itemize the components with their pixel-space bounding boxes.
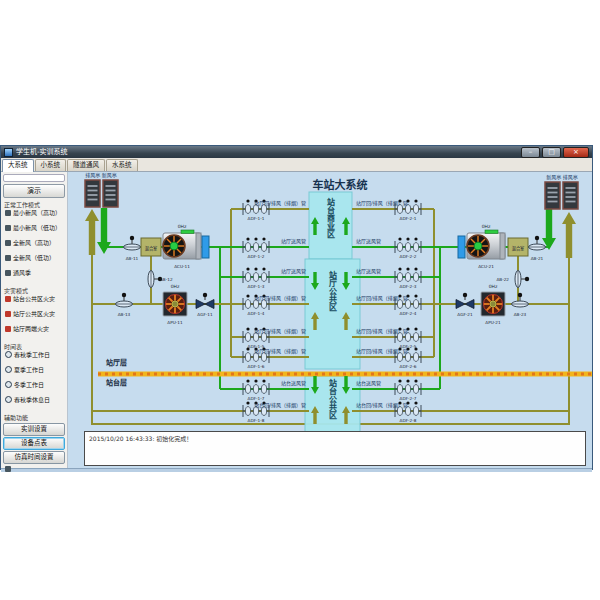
axial-fan[interactable] bbox=[163, 292, 187, 316]
ahu-right-chain[interactable]: 混合室 0Hz ACU-21 AB-21 AB-22 bbox=[458, 224, 546, 288]
vent-label-left: 排风亭 新风亭 bbox=[85, 172, 117, 179]
fire-icon bbox=[5, 326, 11, 332]
damper-groups-left[interactable]: ADF-1-1 ADF-1-2 ADF-1-3 ADF-1-4 ADF-1-5 … bbox=[243, 199, 269, 423]
damper[interactable] bbox=[116, 293, 133, 307]
svg-text:APU-21: APU-21 bbox=[485, 320, 501, 325]
svg-text:ADF-2-1: ADF-2-1 bbox=[400, 216, 417, 221]
section-disaster-modes: 灾害模式 bbox=[1, 284, 67, 295]
damper[interactable] bbox=[124, 236, 141, 250]
device-tag: ACU-21 bbox=[478, 264, 494, 269]
mode-vent-season[interactable]: 通风季 bbox=[1, 269, 67, 276]
duct-connector bbox=[458, 236, 465, 258]
svg-text:ADF-1-3: ADF-1-3 bbox=[248, 284, 265, 289]
schedule-spring-autumn-restday[interactable]: 春秋季休息日 bbox=[1, 396, 67, 403]
demo-button[interactable]: 演示 bbox=[3, 184, 65, 198]
schedule-winter-workday[interactable]: 冬季工作日 bbox=[1, 381, 67, 388]
svg-text:站厅送风管: 站厅送风管 bbox=[281, 238, 306, 245]
section-schedule: 时间表 bbox=[1, 340, 67, 351]
device-tag: AB-22 bbox=[496, 277, 509, 282]
tab-bar: 大系统 小系统 隧道通风 水系统 bbox=[1, 158, 592, 172]
screenshot-stage: 学生机-实训系统 – □ × 大系统 小系统 隧道通风 水系统 演示 正常工作模… bbox=[0, 0, 600, 600]
app-window: 学生机-实训系统 – □ × 大系统 小系统 隧道通风 水系统 演示 正常工作模… bbox=[0, 145, 593, 470]
damper[interactable] bbox=[529, 236, 546, 250]
clock-icon bbox=[5, 396, 12, 403]
fan-mode-icon bbox=[5, 225, 11, 231]
tab-tunnel-vent[interactable]: 隧道通风 bbox=[67, 159, 105, 171]
mode-hall-ends-fire[interactable]: 站厅两端火灾 bbox=[1, 325, 67, 332]
svg-text:站厅送风管: 站厅送风管 bbox=[356, 238, 381, 245]
diagram-title: 车站大系统 bbox=[313, 178, 368, 192]
clock-icon bbox=[5, 351, 12, 358]
mode-min-fresh-high[interactable]: 最小新风（高功） bbox=[1, 209, 67, 216]
fan-mode-icon bbox=[5, 210, 11, 216]
ahu-fan-unit[interactable] bbox=[163, 230, 201, 259]
svg-text:ADF-2-3: ADF-2-3 bbox=[400, 284, 417, 289]
svg-text:ADF-1-6: ADF-1-6 bbox=[248, 364, 265, 369]
svg-text:站台回/排风（排烟）管: 站台回/排风（排烟）管 bbox=[254, 402, 306, 409]
svg-text:站厅送风管: 站厅送风管 bbox=[281, 268, 306, 275]
training-settings-button[interactable]: 实训设置 bbox=[3, 423, 65, 436]
svg-text:站厅回/排风（排烟）管: 站厅回/排风（排烟）管 bbox=[254, 200, 306, 207]
ahu-fan-unit[interactable] bbox=[467, 230, 505, 259]
svg-text:0Hz: 0Hz bbox=[489, 284, 498, 289]
section-aux: 辅助功能 bbox=[1, 411, 67, 422]
scada-panel: 站台商业区 站厅公共区 站台公共区 bbox=[68, 172, 592, 468]
fan-mode-icon bbox=[5, 240, 11, 246]
window-title: 学生机-实训系统 bbox=[16, 149, 519, 156]
tab-big-system[interactable]: 大系统 bbox=[2, 159, 34, 172]
damper[interactable] bbox=[515, 271, 529, 288]
ahu-left-chain[interactable]: 混合室 0Hz ACU-11 AB-11 AB-12 bbox=[124, 224, 210, 288]
svg-text:ADF-2-6: ADF-2-6 bbox=[400, 364, 417, 369]
schedule-spring-autumn-workday[interactable]: 春秋季工作日 bbox=[1, 351, 67, 358]
svg-text:站厅回/排风（排烟）管: 站厅回/排风（排烟）管 bbox=[254, 295, 306, 302]
frequency-readout: 0Hz bbox=[482, 224, 491, 229]
fan-mode-icon bbox=[5, 255, 11, 261]
section-normal-modes: 正常工作模式 bbox=[1, 198, 67, 209]
svg-text:站厅回/排风（排烟）管: 站厅回/排风（排烟）管 bbox=[356, 328, 408, 335]
maximize-button[interactable]: □ bbox=[542, 147, 561, 158]
svg-text:ADF-1-7: ADF-1-7 bbox=[248, 396, 265, 401]
mode-platform-fire[interactable]: 站台公共区火灾 bbox=[1, 295, 67, 302]
butterfly-valve[interactable] bbox=[196, 293, 214, 309]
device-tag: AB-12 bbox=[160, 277, 173, 282]
device-tag: AB-21 bbox=[531, 256, 544, 261]
svg-text:站厅回/排风（排烟）管: 站厅回/排风（排烟）管 bbox=[356, 295, 408, 302]
svg-text:站厅送风管: 站厅送风管 bbox=[356, 268, 381, 275]
svg-text:ADF-1-4: ADF-1-4 bbox=[248, 311, 265, 316]
tab-small-system[interactable]: 小系统 bbox=[35, 159, 67, 171]
damper[interactable] bbox=[512, 293, 529, 307]
damper-groups-right[interactable]: ADF-2-1 ADF-2-2 ADF-2-3 ADF-2-5 ADF-2-6 … bbox=[395, 199, 421, 423]
device-point-table-button[interactable]: 设备点表 bbox=[3, 437, 65, 450]
exhaust-vent-shaft[interactable] bbox=[563, 182, 578, 209]
svg-text:ADF-1-1: ADF-1-1 bbox=[248, 216, 265, 221]
return-fan-left[interactable]: AB-13 0Hz APU-11 AGF-11 bbox=[116, 284, 215, 325]
fresh-vent-shaft[interactable] bbox=[545, 182, 560, 209]
svg-text:ADF-2-4: ADF-2-4 bbox=[400, 311, 417, 316]
clock-icon bbox=[5, 366, 12, 373]
close-button[interactable]: × bbox=[563, 147, 589, 158]
cutoff-item bbox=[1, 466, 67, 472]
exhaust-vent-shaft[interactable] bbox=[85, 180, 100, 207]
duct-connector bbox=[202, 236, 209, 258]
svg-text:站厅回/排风（排烟）管: 站厅回/排风（排烟）管 bbox=[356, 200, 408, 207]
sim-time-settings-button[interactable]: 仿真时间设置 bbox=[3, 451, 65, 464]
fresh-down-arrow bbox=[542, 204, 556, 250]
content-area: 演示 正常工作模式 最小新风（高功） 最小新风（低功） 全新风（高功） 全新风（… bbox=[1, 172, 592, 468]
axial-fan[interactable] bbox=[481, 292, 505, 316]
mode-all-fresh-high[interactable]: 全新风（高功） bbox=[1, 239, 67, 246]
fresh-vent-shaft[interactable] bbox=[103, 180, 118, 207]
minimize-button[interactable]: – bbox=[521, 147, 540, 158]
tab-water-system[interactable]: 水系统 bbox=[106, 159, 138, 171]
mode-min-fresh-low[interactable]: 最小新风（低功） bbox=[1, 224, 67, 231]
mixing-chamber-label: 混合室 bbox=[145, 245, 158, 252]
mode-hall-fire[interactable]: 站厅公共区火灾 bbox=[1, 310, 67, 317]
mode-all-fresh-low[interactable]: 全新风（低功） bbox=[1, 254, 67, 261]
butterfly-valve[interactable] bbox=[456, 293, 474, 309]
hall-floor-label: 站厅层 bbox=[106, 358, 127, 367]
schedule-summer-workday[interactable]: 夏季工作日 bbox=[1, 366, 67, 373]
sidebar-field[interactable] bbox=[3, 174, 65, 182]
svg-text:AB-23: AB-23 bbox=[514, 312, 527, 317]
fan-mode-icon bbox=[5, 270, 11, 276]
device-tag: ACU-11 bbox=[174, 264, 190, 269]
svg-text:0Hz: 0Hz bbox=[171, 284, 180, 289]
